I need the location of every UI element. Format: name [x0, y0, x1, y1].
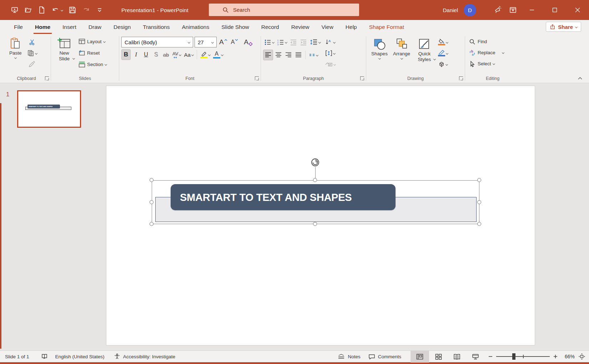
- clear-formatting-button[interactable]: A: [243, 37, 254, 47]
- font-name-select[interactable]: Calibri (Body): [121, 37, 193, 47]
- notes-button[interactable]: Notes: [338, 354, 360, 359]
- paste-button[interactable]: Paste: [7, 35, 24, 59]
- replace-button[interactable]: b c Replace: [467, 47, 518, 58]
- align-center-button[interactable]: [274, 50, 283, 60]
- character-spacing-button[interactable]: AV: [171, 49, 182, 60]
- customize-qat-icon[interactable]: [94, 5, 105, 15]
- view-reading-button[interactable]: [448, 351, 466, 363]
- align-text-button[interactable]: [324, 48, 337, 59]
- resize-handle-e[interactable]: [477, 200, 481, 204]
- zoom-slider[interactable]: [496, 356, 550, 357]
- paragraph-dialog-launcher[interactable]: [360, 76, 364, 80]
- copy-icon[interactable]: [26, 48, 38, 59]
- font-dialog-launcher[interactable]: [255, 76, 259, 80]
- open-file-icon[interactable]: [23, 5, 34, 15]
- text-direction-button[interactable]: A: [324, 37, 337, 47]
- underline-button[interactable]: U: [141, 49, 151, 60]
- zoom-level[interactable]: 66%: [561, 354, 575, 359]
- layout-button[interactable]: Layout: [77, 36, 108, 47]
- resize-handle-sw[interactable]: [150, 222, 153, 226]
- bullets-button[interactable]: [263, 37, 275, 47]
- bold-button[interactable]: B: [121, 49, 131, 60]
- share-button[interactable]: Share: [546, 22, 581, 32]
- resize-handle-s[interactable]: [313, 222, 317, 226]
- font-color-button[interactable]: A: [212, 49, 224, 60]
- minimize-button[interactable]: [520, 0, 543, 20]
- increase-font-size-button[interactable]: A: [218, 37, 228, 47]
- slide-canvas[interactable]: SMARTART TO TEXT AND SHAPES: [106, 86, 535, 345]
- justify-button[interactable]: [294, 50, 303, 60]
- arrange-button[interactable]: Arrange: [391, 36, 413, 60]
- accessibility-indicator[interactable]: Accessibility: Investigate: [114, 353, 175, 360]
- avatar[interactable]: D: [464, 4, 476, 16]
- section-button[interactable]: Section: [77, 59, 108, 70]
- slide-indicator[interactable]: Slide 1 of 1: [5, 354, 29, 359]
- view-slideshow-button[interactable]: [466, 351, 485, 363]
- text-shadow-button[interactable]: S: [151, 49, 161, 60]
- tab-review[interactable]: Review: [285, 20, 316, 34]
- reset-button[interactable]: Reset: [77, 47, 108, 59]
- language-indicator[interactable]: English (United States): [55, 354, 105, 359]
- view-slide-sorter-button[interactable]: [429, 351, 448, 363]
- drawing-dialog-launcher[interactable]: [459, 76, 463, 80]
- zoom-slider-thumb[interactable]: [512, 353, 515, 360]
- spellcheck-button[interactable]: [41, 354, 47, 360]
- font-size-select[interactable]: 27: [195, 37, 217, 47]
- resize-handle-nw[interactable]: [150, 178, 153, 182]
- resize-handle-w[interactable]: [150, 200, 153, 204]
- tab-animations[interactable]: Animations: [176, 20, 215, 34]
- quick-styles-button[interactable]: Quick Styles: [413, 36, 436, 61]
- italic-button[interactable]: I: [131, 49, 141, 60]
- tab-record[interactable]: Record: [255, 20, 285, 34]
- maximize-button[interactable]: [543, 0, 566, 20]
- resize-handle-n[interactable]: [313, 178, 317, 182]
- resize-handle-ne[interactable]: [477, 178, 481, 182]
- line-spacing-button[interactable]: [309, 37, 322, 47]
- shape-fill-button[interactable]: [437, 37, 449, 47]
- save-icon[interactable]: [67, 5, 78, 15]
- select-button[interactable]: Select: [467, 58, 518, 69]
- rotation-handle[interactable]: [310, 157, 321, 168]
- clipboard-dialog-launcher[interactable]: [45, 76, 49, 80]
- start-slideshow-icon[interactable]: [9, 5, 20, 15]
- collapse-ribbon-button[interactable]: [578, 76, 583, 80]
- change-case-button[interactable]: Aa: [183, 49, 194, 60]
- tab-insert[interactable]: Insert: [56, 20, 82, 34]
- close-button[interactable]: [566, 0, 589, 20]
- zoom-in-button[interactable]: [553, 354, 558, 359]
- decrease-font-size-button[interactable]: A: [230, 37, 240, 47]
- comments-button[interactable]: Comments: [368, 354, 401, 360]
- align-left-button[interactable]: [263, 50, 273, 60]
- tab-view[interactable]: View: [316, 20, 339, 34]
- ribbon-display-options-icon[interactable]: [505, 0, 520, 20]
- tab-design[interactable]: Design: [107, 20, 137, 34]
- user-name[interactable]: Daniel: [443, 7, 458, 13]
- tab-home[interactable]: Home: [29, 20, 56, 34]
- tab-shape-format[interactable]: Shape Format: [363, 20, 410, 34]
- resize-handle-se[interactable]: [477, 222, 481, 226]
- search-input[interactable]: Search: [209, 4, 359, 16]
- align-right-button[interactable]: [284, 50, 293, 60]
- strikethrough-button[interactable]: ab: [161, 49, 171, 60]
- tab-transitions[interactable]: Transitions: [137, 20, 176, 34]
- zoom-out-button[interactable]: [488, 354, 493, 359]
- fit-to-window-button[interactable]: [578, 353, 585, 360]
- cut-icon[interactable]: [26, 37, 38, 47]
- tab-draw[interactable]: Draw: [82, 20, 107, 34]
- coming-soon-icon[interactable]: [490, 0, 505, 20]
- slide-thumbnail[interactable]: SMARTART TO TEXT AND SHAPES: [17, 90, 81, 128]
- tab-file[interactable]: File: [8, 20, 29, 34]
- new-file-icon[interactable]: [36, 5, 47, 15]
- shape-effects-button[interactable]: [437, 59, 449, 70]
- columns-button[interactable]: [308, 50, 319, 60]
- numbering-button[interactable]: 123: [276, 37, 288, 47]
- undo-icon[interactable]: [50, 5, 64, 15]
- highlight-color-button[interactable]: [199, 49, 211, 60]
- shape-outline-button[interactable]: [437, 48, 449, 59]
- tab-help[interactable]: Help: [339, 20, 363, 34]
- shapes-button[interactable]: Shapes: [368, 36, 391, 60]
- tab-slide-show[interactable]: Slide Show: [215, 20, 255, 34]
- view-normal-button[interactable]: [411, 351, 429, 363]
- find-button[interactable]: Find: [467, 36, 518, 47]
- new-slide-button[interactable]: New Slide: [53, 35, 75, 60]
